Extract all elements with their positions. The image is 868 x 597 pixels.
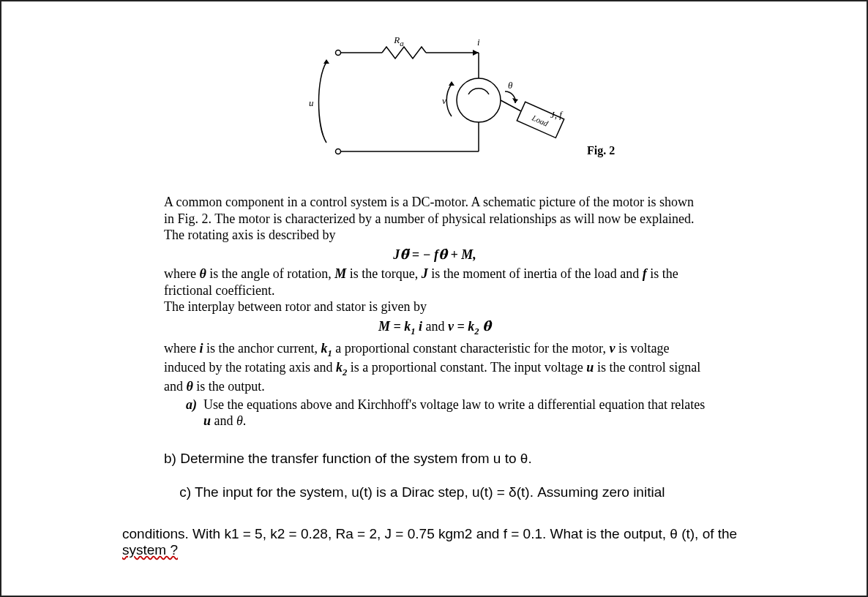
equation-2: M = k1 i and v = k2 θ̇ bbox=[164, 318, 706, 337]
svg-line-10 bbox=[501, 100, 521, 111]
part-c-continuation: conditions. With k1 = 5, k2 = 0.28, Ra =… bbox=[122, 526, 752, 558]
label-theta: θ bbox=[508, 80, 513, 91]
part-c-line1: c) The input for the system, u(t) is a D… bbox=[164, 484, 706, 501]
label-Jf: J, f bbox=[550, 109, 564, 120]
label-u: u bbox=[309, 97, 314, 108]
svg-point-0 bbox=[336, 50, 341, 56]
part-b: b) Determine the transfer function of th… bbox=[164, 450, 706, 468]
paragraph-2: where θ is the angle of rotation, M is t… bbox=[164, 266, 706, 315]
part-a: a) Use the equations above and Kirchhoff… bbox=[186, 397, 706, 429]
figure-caption: Fig. 2 bbox=[587, 144, 615, 157]
document-page: Ra i u v bbox=[0, 0, 868, 597]
svg-point-6 bbox=[457, 78, 501, 122]
label-load: Load bbox=[530, 113, 550, 128]
label-Ra: R bbox=[393, 34, 400, 45]
svg-marker-11 bbox=[512, 98, 518, 103]
problem-body: A common component in a control system i… bbox=[164, 194, 706, 502]
svg-text:Ra: Ra bbox=[393, 34, 404, 48]
label-v: v bbox=[442, 95, 446, 106]
paragraph-3: where i is the anchor current, k1 a prop… bbox=[164, 340, 706, 395]
label-i: i bbox=[477, 37, 480, 48]
equation-1: Jθ̈ = − fθ̇ + M, bbox=[164, 247, 706, 263]
svg-marker-4 bbox=[473, 50, 479, 56]
label-Ra-sub: a bbox=[400, 39, 404, 48]
intro-paragraph: A common component in a control system i… bbox=[164, 194, 706, 244]
figure-2: Ra i u v bbox=[302, 27, 653, 166]
spellcheck-squiggle: system ? bbox=[122, 542, 178, 557]
svg-point-9 bbox=[336, 149, 341, 154]
